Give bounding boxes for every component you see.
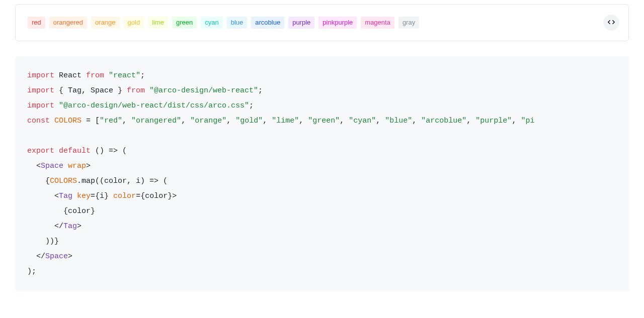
token-attr: color [113, 192, 136, 200]
tag-arcoblue: arcoblue [251, 17, 284, 29]
code-block: import React from "react"; import { Tag,… [15, 56, 629, 291]
code-line: import { Tag, Space } from "@arco-design… [27, 86, 263, 95]
token-variable: COLORS [50, 177, 77, 185]
token: ={ [136, 192, 145, 200]
token: , [412, 117, 421, 125]
token: , [340, 117, 349, 125]
code-line: const COLORS = ["red", "orangered", "ora… [27, 117, 534, 125]
token-string: "lime" [272, 117, 299, 125]
tag-blue: blue [227, 17, 248, 29]
token: ; [140, 71, 145, 80]
token-keyword: import [27, 71, 54, 80]
token: < [27, 162, 41, 170]
token [54, 147, 59, 155]
token-tag: Space [45, 252, 68, 261]
code-line: <Space wrap> [27, 162, 91, 170]
code-line: ); [27, 267, 36, 276]
token-keyword: export [27, 147, 54, 155]
token: , [263, 117, 272, 125]
token: < [27, 192, 59, 200]
code-line: {COLORS.map((color, i) => ( [27, 177, 168, 185]
token: </ [27, 222, 63, 231]
code-block-wrapper[interactable]: import React from "react"; import { Tag,… [15, 56, 629, 291]
token: </ [27, 252, 45, 261]
token: . [77, 177, 82, 185]
token-string: "blue" [385, 117, 412, 125]
token: }> [168, 192, 177, 200]
code-line: import React from "react"; [27, 71, 145, 80]
token: map [82, 177, 95, 185]
token: ={ [91, 192, 100, 200]
token: = [ [82, 117, 100, 125]
tag-orange: orange [91, 17, 119, 29]
token [63, 162, 68, 170]
code-line: ))} [27, 237, 59, 246]
token-variable: COLORS [54, 117, 82, 125]
token: > [86, 162, 91, 170]
token: { Tag, Space } [54, 86, 127, 95]
demo-card: redorangeredorangegoldlimegreencyanbluea… [15, 4, 629, 41]
token-keyword: import [27, 86, 54, 95]
tag-lime: lime [148, 17, 168, 29]
token: } [104, 192, 113, 200]
tag-container: redorangeredorangegoldlimegreencyanbluea… [28, 17, 616, 29]
token: () => ( [91, 147, 127, 155]
tag-orangered: orangered [49, 17, 87, 29]
tag-gold: gold [124, 17, 144, 29]
token: > [77, 222, 82, 231]
token: , [376, 117, 385, 125]
code-line: export default () => ( [27, 147, 127, 155]
token-string: "cyan" [349, 117, 376, 125]
token-string: "pi [521, 117, 534, 125]
token: , [299, 117, 308, 125]
token-keyword: from [86, 71, 104, 80]
token-string: "red" [100, 117, 122, 125]
token: , [226, 117, 235, 125]
token-string: "green" [308, 117, 340, 125]
token: React [54, 71, 86, 80]
tag-pinkpurple: pinkpurple [318, 17, 357, 29]
token-attr: wrap [68, 162, 86, 170]
tag-cyan: cyan [201, 17, 222, 29]
tag-purple: purple [288, 17, 314, 29]
token-string: "gold" [235, 117, 263, 125]
token: , [466, 117, 475, 125]
token-string: "@arco-design/web-react/dist/css/arco.cs… [54, 101, 249, 110]
token: ; [258, 86, 263, 95]
token-attr: key [77, 192, 91, 200]
token [72, 192, 77, 200]
token-keyword: from [127, 86, 145, 95]
token: ; [249, 101, 254, 110]
token [50, 117, 54, 125]
token: , [512, 117, 521, 125]
token-string: "react" [104, 71, 140, 80]
code-icon [607, 18, 615, 28]
token-keyword: import [27, 101, 54, 110]
code-line: </Space> [27, 252, 72, 261]
tag-green: green [172, 17, 197, 29]
code-line: </Tag> [27, 222, 82, 231]
token: color [145, 192, 168, 200]
token-string: "@arco-design/web-react" [145, 86, 258, 95]
tag-gray: gray [398, 17, 419, 29]
token-string: "arcoblue" [421, 117, 466, 125]
token-tag: Space [41, 162, 63, 170]
token: { [27, 177, 50, 185]
toggle-code-button[interactable] [603, 15, 619, 31]
token: i [100, 192, 104, 200]
code-line: import "@arco-design/web-react/dist/css/… [27, 101, 254, 110]
token: ((color, i) => ( [95, 177, 168, 185]
token-tag: Tag [59, 192, 72, 200]
token-keyword: default [59, 147, 91, 155]
code-line: <Tag key={i} color={color}> [27, 192, 177, 200]
token-tag: Tag [63, 222, 77, 231]
tag-red: red [28, 17, 45, 29]
token-keyword: const [27, 117, 50, 125]
token-string: "purple" [475, 117, 512, 125]
token: , [122, 117, 131, 125]
code-line: {color} [27, 207, 95, 216]
token: , [181, 117, 190, 125]
token-string: "orange" [190, 117, 226, 125]
token: > [68, 252, 72, 261]
token-string: "orangered" [131, 117, 181, 125]
